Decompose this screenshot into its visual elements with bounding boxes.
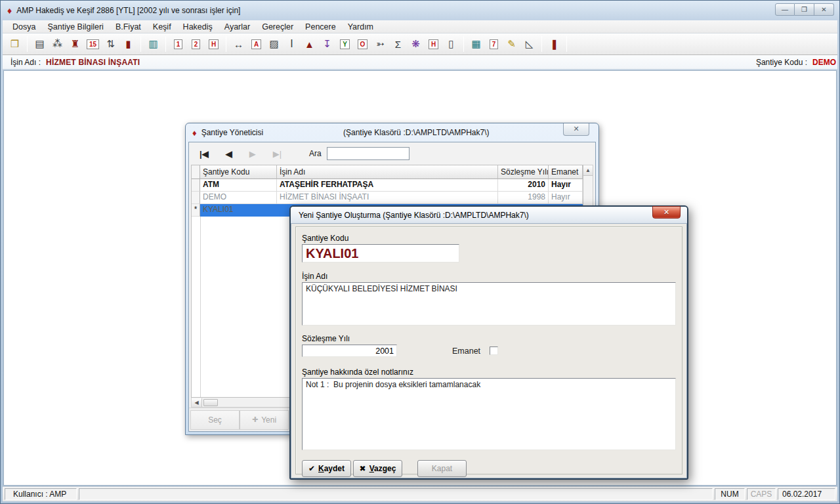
sec-button-label: Seç	[208, 415, 222, 425]
toolbar-separator	[463, 36, 464, 52]
pen-icon[interactable]: ✎	[503, 35, 520, 52]
cell-emanet: Hayır	[549, 192, 583, 204]
sum-list-icon[interactable]: Σ	[390, 35, 406, 52]
santiye-kodu-input[interactable]	[302, 244, 459, 262]
calculator-icon[interactable]: ▦	[468, 35, 484, 52]
kapat-button[interactable]: Kapat	[417, 460, 467, 477]
library-books-icon[interactable]: ▥	[145, 35, 161, 52]
exit-door-icon[interactable]: ❚	[546, 35, 562, 52]
record-navigator: |◀ ◀ ▶ ▶| Ara	[189, 142, 595, 165]
prev-record-button[interactable]: ◀	[226, 149, 232, 159]
dialog-button-row: ✔ Kaydet ✖ Vazgeç Kapat	[302, 460, 676, 477]
notlar-textarea[interactable]: Not 1 : Bu projenin dosya eksikleri tama…	[302, 378, 676, 450]
red-book-icon[interactable]: ▮	[120, 35, 136, 52]
copy-7-icon[interactable]: 7	[486, 35, 502, 52]
first-record-button[interactable]: |◀	[200, 149, 209, 159]
isin-adi-textarea[interactable]: KÜÇÜKYALI BELEDİYESİ HİZMET BİNASI	[302, 282, 676, 326]
col-header-indicator	[192, 165, 200, 179]
menu-bfiyat[interactable]: B.Fiyat	[110, 21, 147, 33]
next-record-button[interactable]: ▶	[249, 149, 256, 159]
menu-santiye-bilgileri[interactable]: Şantiye Bilgileri	[41, 21, 109, 33]
page-1-icon[interactable]: 1	[170, 35, 186, 52]
steel-profile-icon[interactable]: Ⅰ	[284, 35, 300, 52]
search-input[interactable]	[327, 147, 410, 160]
close-icon[interactable]: ✕	[563, 123, 589, 136]
minimize-button[interactable]: —	[775, 3, 795, 16]
isin-adi-value: HİZMET BİNASI İNŞAATI	[46, 58, 140, 67]
santiye-kodu-field-label: Şantiye Kodu	[302, 234, 676, 243]
scroll-left-icon[interactable]: ◀	[192, 398, 202, 407]
col-header-emanet[interactable]: Emanet	[549, 165, 583, 179]
sec-button[interactable]: Seç	[190, 410, 240, 430]
open-folder-icon[interactable]: ❒	[7, 35, 23, 52]
page-1-glyph: 1	[174, 39, 183, 49]
app-window: ♦ AMP Hakediş ve Keşif 2886 [YTL] [2002 …	[0, 0, 840, 504]
menu-yardim[interactable]: Yardım	[342, 21, 379, 33]
page-a-icon[interactable]: A	[248, 35, 264, 52]
maximize-button[interactable]: ❐	[795, 3, 814, 16]
toolbar-separator	[541, 36, 542, 52]
last-record-button[interactable]: ▶|	[273, 149, 282, 159]
emanet-label: Emanet	[452, 346, 480, 356]
col-header-sozlesme-yili[interactable]: Sözleşme Yılı	[498, 165, 549, 179]
menu-gerecler[interactable]: Gereçler	[256, 21, 299, 33]
emanet-checkbox[interactable]	[490, 346, 498, 355]
title-bar: ♦ AMP Hakediş ve Keşif 2886 [YTL] [2002 …	[1, 1, 839, 20]
report-form-icon[interactable]: ▤	[32, 35, 48, 52]
menu-pencere[interactable]: Pencere	[299, 21, 342, 33]
hatch-pattern-icon[interactable]: ▨	[266, 35, 282, 52]
table-header-row: Şantiye Kodu İşin Adı Sözleşme Yılı Eman…	[192, 165, 583, 179]
hierarchy-icon[interactable]: ⁂	[49, 35, 66, 52]
page-y-glyph: Y	[340, 39, 350, 49]
yeni-santiye-olusturma-dialog: Yeni Şantiye Oluşturma (Şantiye Klasörü …	[289, 205, 688, 480]
page-h-icon[interactable]: H	[205, 35, 222, 52]
hakedis-book-icon[interactable]: H	[425, 35, 442, 52]
col-header-isin-adi[interactable]: İşin Adı	[277, 165, 498, 179]
magic-hat-icon[interactable]: ❋	[408, 35, 424, 52]
status-message-panel	[79, 488, 713, 500]
kaydet-button[interactable]: ✔ Kaydet	[302, 460, 351, 477]
table-row[interactable]: ATM ATAŞEHİR FERHATPAŞA 2010 Hayır	[192, 179, 583, 192]
page-h-glyph: H	[209, 39, 219, 49]
menu-dosya[interactable]: Dosya	[7, 21, 41, 33]
status-bar: Kullanıcı : AMP NUM CAPS 06.02.2017	[3, 486, 837, 501]
page-y-icon[interactable]: Y	[337, 35, 353, 52]
window-controls: — ❐ ✕	[775, 3, 834, 16]
scrollbar-thumb[interactable]	[203, 399, 218, 406]
calendar-15-icon[interactable]: 15	[85, 35, 101, 52]
menu-hakedis[interactable]: Hakediş	[177, 21, 219, 33]
pushpin-icon[interactable]: ➳	[372, 35, 388, 52]
isin-adi-label: İşin Adı :	[10, 58, 41, 67]
status-num-lock: NUM	[715, 488, 745, 500]
search-label: Ara	[309, 149, 322, 158]
row-indicator	[192, 192, 200, 204]
status-user: Kullanıcı : AMP	[5, 488, 77, 500]
page-2-icon[interactable]: 2	[188, 35, 204, 52]
menu-kesif[interactable]: Keşif	[147, 21, 177, 33]
col-header-santiye-kodu[interactable]: Şantiye Kodu	[200, 165, 277, 179]
indicator-column-line	[200, 217, 201, 397]
vazgec-button[interactable]: ✖ Vazgeç	[353, 460, 402, 477]
close-button[interactable]: ✕	[814, 3, 834, 16]
close-icon[interactable]: ✕	[652, 206, 681, 219]
table-row[interactable]: DEMO HİZMET BİNASI İNŞAATI 1998 Hayır	[192, 192, 583, 204]
set-square-icon[interactable]: ◺	[521, 35, 537, 52]
calendar-o-icon[interactable]: O	[354, 35, 371, 52]
info-bar: İşin Adı : HİZMET BİNASI İNŞAATI Şantiye…	[3, 55, 837, 70]
toolbar-separator	[566, 36, 567, 52]
aggregate-mound-icon[interactable]: ▲	[301, 35, 318, 52]
sozlesme-yili-input[interactable]	[302, 345, 397, 357]
stamp-icon[interactable]: ♜	[67, 35, 83, 52]
sliders-icon[interactable]: ⇅	[102, 35, 119, 52]
yeni-santiye-body: Şantiye Kodu İşin Adı KÜÇÜKYALI BELEDİYE…	[295, 226, 682, 474]
yeni-button-label: Yeni	[261, 415, 276, 425]
cross-icon: ✖	[360, 464, 366, 473]
measure-width-icon[interactable]: ↔	[230, 35, 247, 52]
blank-page-icon[interactable]: ▯	[443, 35, 459, 52]
yeni-button[interactable]: ✚ Yeni	[240, 410, 289, 430]
export-page-icon[interactable]: ↧	[319, 35, 335, 52]
yeni-santiye-title: Yeni Şantiye Oluşturma (Şantiye Klasörü …	[299, 211, 529, 220]
menu-ayarlar[interactable]: Ayarlar	[219, 21, 256, 33]
row-indicator: *	[192, 204, 200, 217]
scroll-up-icon[interactable]: ▲	[583, 165, 593, 176]
